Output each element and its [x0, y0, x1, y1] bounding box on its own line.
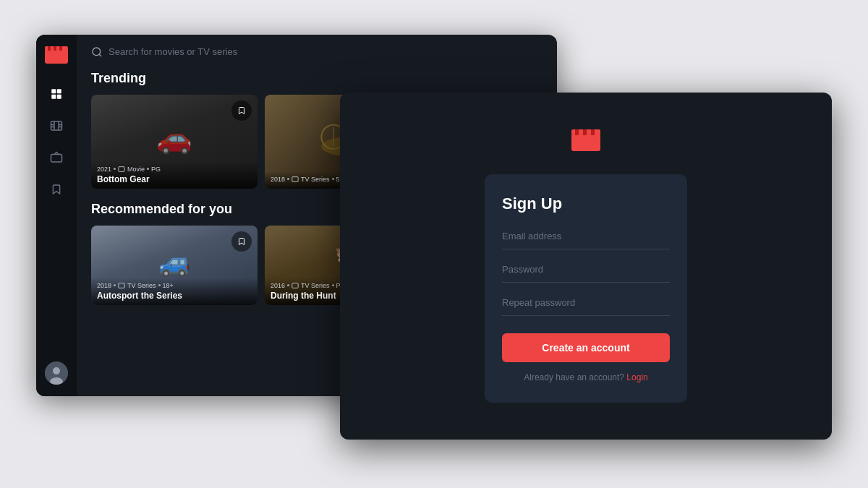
svg-rect-6 [57, 89, 61, 93]
svg-rect-5 [51, 89, 56, 93]
user-avatar[interactable] [45, 361, 68, 385]
login-prompt: Already have an account? Login [502, 372, 670, 382]
card-meta-top-1: 2021 Movie PG [97, 166, 252, 173]
card-meta-4: 2018 TV Series 18+ Autosport the Series [91, 278, 258, 305]
signup-box: Sign Up Create an account Already have a… [485, 174, 687, 403]
svg-rect-8 [57, 94, 61, 98]
bookmark-btn-3[interactable] [231, 231, 252, 252]
svg-rect-0 [45, 49, 68, 64]
svg-rect-2 [48, 46, 51, 51]
svg-rect-28 [571, 134, 600, 151]
svg-rect-30 [575, 129, 579, 135]
svg-rect-26 [119, 283, 124, 288]
search-bar: Search for movies or TV series [91, 46, 542, 58]
card-meta-1: 2021 Movie PG Bottom Gear [91, 161, 258, 189]
card-title-4: Autosport the Series [97, 291, 252, 301]
sidebar-logo [45, 46, 68, 67]
svg-point-20 [93, 48, 101, 56]
repeat-password-field-container [502, 294, 670, 316]
password-input[interactable] [502, 261, 670, 278]
email-input[interactable] [502, 228, 670, 244]
trending-title: Trending [91, 71, 542, 86]
bookmark-btn-1[interactable] [231, 100, 252, 121]
scene: Search for movies or TV series Trending … [36, 35, 832, 454]
front-logo [571, 129, 600, 157]
create-account-button[interactable]: Create an account [502, 333, 670, 362]
sidebar [36, 35, 77, 396]
svg-rect-21 [119, 166, 124, 171]
svg-rect-7 [51, 94, 56, 98]
svg-rect-3 [54, 46, 56, 51]
email-field-container [502, 228, 670, 249]
svg-rect-25 [292, 176, 298, 181]
sidebar-item-home[interactable] [43, 81, 69, 107]
login-link[interactable]: Login [626, 372, 647, 382]
svg-point-18 [53, 367, 60, 374]
svg-rect-32 [591, 129, 595, 135]
password-field-container [502, 261, 670, 283]
trending-card-1[interactable]: 2021 Movie PG Bottom Gear [91, 95, 258, 189]
card-title-1: Bottom Gear [97, 174, 252, 184]
sidebar-item-tv[interactable] [43, 145, 69, 171]
sidebar-item-bookmarks[interactable] [43, 176, 69, 202]
svg-rect-9 [51, 121, 62, 130]
sidebar-item-movies[interactable] [43, 113, 69, 139]
signup-title: Sign Up [502, 194, 670, 213]
search-icon [91, 46, 103, 58]
svg-rect-27 [292, 283, 298, 288]
front-window: Sign Up Create an account Already have a… [340, 93, 832, 440]
svg-rect-31 [583, 129, 587, 135]
already-have-account-text: Already have an account? [524, 372, 624, 382]
card-meta-top-4: 2018 TV Series 18+ [97, 282, 252, 289]
svg-rect-4 [59, 46, 62, 51]
search-placeholder[interactable]: Search for movies or TV series [109, 46, 237, 57]
recommended-card-1[interactable]: 2018 TV Series 18+ Autosport the Series [91, 226, 258, 305]
repeat-password-input[interactable] [502, 294, 670, 311]
svg-rect-16 [51, 154, 62, 162]
